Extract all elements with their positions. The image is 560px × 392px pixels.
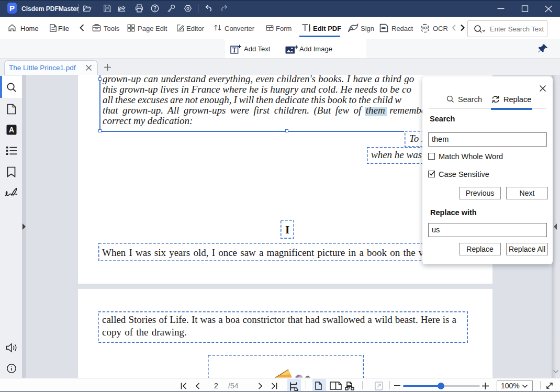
svg-text:OCR: OCR bbox=[422, 26, 429, 30]
svg-text:A: A bbox=[9, 126, 14, 134]
